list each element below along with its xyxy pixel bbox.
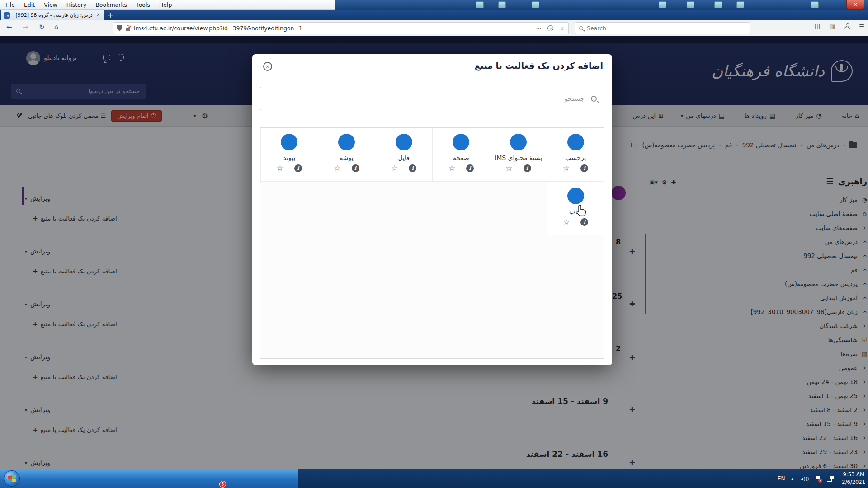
tab-favicon-icon: ف <box>4 12 10 19</box>
desktop-shortcut-icon[interactable] <box>659 1 666 8</box>
taskbar-app[interactable] <box>251 470 270 487</box>
star-icon[interactable]: ☆ <box>334 164 340 172</box>
taskbar-app[interactable] <box>138 470 157 487</box>
resource-item[interactable]: فایل i ☆ <box>375 128 432 182</box>
info-icon[interactable]: i <box>580 164 588 172</box>
star-icon[interactable]: ☆ <box>448 164 455 172</box>
info-icon[interactable]: i <box>466 164 474 172</box>
info-icon[interactable]: i <box>352 164 359 172</box>
pocket-icon[interactable]: ⌄ <box>547 25 553 31</box>
info-icon[interactable]: i <box>580 218 588 226</box>
resource-item[interactable]: پیوند i ☆ <box>260 128 318 182</box>
window-close-button[interactable]: ✕ <box>846 0 864 9</box>
resource-item[interactable]: برچسب i ☆ <box>547 128 604 182</box>
taskbar-app[interactable] <box>93 470 112 487</box>
modal-tab[interactable] <box>561 113 565 122</box>
forward-button[interactable]: → <box>23 23 28 31</box>
desktop-shortcut-icon[interactable] <box>476 1 484 8</box>
close-icon[interactable]: ✕ <box>263 62 272 71</box>
account-icon[interactable] <box>844 23 850 29</box>
desktop-shortcut-icon[interactable] <box>714 1 722 8</box>
url-text[interactable]: lms4.cfu.ac.ir/course/view.php?id=3979&n… <box>134 25 533 32</box>
modal-search[interactable] <box>260 87 604 110</box>
star-icon[interactable]: ☆ <box>391 164 398 172</box>
action-center-flag-icon[interactable]: ✕ <box>815 475 821 482</box>
network-icon[interactable] <box>827 476 834 482</box>
menu-view[interactable]: View <box>44 1 57 8</box>
resource-label[interactable]: بستهٔ محتوای IMS <box>495 154 542 161</box>
resource-icon[interactable] <box>281 134 297 150</box>
back-button[interactable]: ← <box>6 23 12 31</box>
library-icon[interactable]: ||| <box>815 24 821 29</box>
taskbar-app[interactable] <box>48 470 67 487</box>
resource-label[interactable]: پیوند <box>283 154 296 161</box>
resource-label[interactable]: فایل <box>398 154 409 161</box>
insecure-lock-icon <box>125 25 131 31</box>
browser-tab[interactable]: ف درس: زبان فارسي - گروه 98 [992] ✕ <box>1 10 104 20</box>
resource-item[interactable]: صفحه i ☆ <box>432 128 490 182</box>
modal-tab[interactable] <box>580 113 584 122</box>
language-indicator[interactable]: EN <box>778 475 785 482</box>
bookmark-star-icon[interactable]: ☆ <box>560 25 565 32</box>
menu-history[interactable]: History <box>66 1 86 8</box>
info-icon[interactable]: i <box>409 164 416 172</box>
sidebars-icon[interactable]: ▥ <box>830 23 835 30</box>
hidden-icons-chevron[interactable]: ▴ <box>791 476 793 481</box>
tracking-shield-icon[interactable] <box>117 25 122 31</box>
star-icon[interactable]: ☆ <box>277 164 283 172</box>
taskbar-app[interactable] <box>229 470 248 487</box>
clock[interactable]: 9:53 AM 2/6/2021 <box>840 471 865 487</box>
time: 9:53 AM <box>842 471 865 479</box>
resource-item[interactable]: بستهٔ محتوای IMS i ☆ <box>490 128 547 182</box>
taskbar-app[interactable] <box>116 470 135 487</box>
modal-tab[interactable] <box>599 113 603 122</box>
resource-label[interactable]: صفحه <box>453 154 469 161</box>
menu-tools[interactable]: Tools <box>136 1 150 8</box>
modal-tabs <box>561 107 603 127</box>
info-icon[interactable]: i <box>294 164 302 172</box>
resource-label[interactable]: برچسب <box>565 154 586 161</box>
reload-button[interactable]: ↻ <box>39 23 45 31</box>
resource-grid: برچسب i ☆ <box>260 128 604 235</box>
taskbar-app[interactable] <box>71 470 90 487</box>
windows-flag-icon <box>8 475 16 483</box>
menu-bookmarks[interactable]: Bookmarks <box>95 1 127 8</box>
desktop-shortcut-icon[interactable] <box>687 1 694 8</box>
add-activity-modal: ✕ اضافه کردن یک فعالیت یا منبع <box>252 54 612 365</box>
star-icon[interactable]: ☆ <box>505 164 512 172</box>
resource-icon[interactable] <box>567 134 584 150</box>
desktop-shortcut-icon[interactable] <box>498 1 506 8</box>
modal-search-input[interactable] <box>268 94 585 103</box>
window-titlebar <box>335 0 868 10</box>
resource-icon[interactable] <box>567 188 584 204</box>
volume-icon[interactable]: ◄))) <box>800 476 809 481</box>
desktop-shortcut-icon[interactable] <box>532 1 539 8</box>
resource-icon[interactable] <box>338 134 355 150</box>
taskbar-app[interactable]: 5 <box>206 470 225 487</box>
browser-search[interactable]: Search <box>575 22 750 34</box>
star-icon[interactable]: ☆ <box>563 164 570 172</box>
page-actions-icon[interactable]: ⋯ <box>536 25 541 32</box>
modal-panel: برچسب i ☆ <box>260 127 604 359</box>
new-tab-button[interactable]: + <box>108 11 113 19</box>
menu-help[interactable]: Help <box>159 1 172 8</box>
start-button[interactable] <box>4 470 20 487</box>
resource-icon[interactable] <box>453 134 469 150</box>
resource-icon[interactable] <box>396 134 412 150</box>
star-icon[interactable]: ☆ <box>563 218 570 226</box>
resource-label[interactable]: پوشه <box>340 154 353 161</box>
taskbar-app[interactable] <box>184 470 203 487</box>
info-icon[interactable]: i <box>524 164 531 172</box>
url-bar[interactable]: lms4.cfu.ac.ir/course/view.php?id=3979&n… <box>113 22 569 34</box>
app-menu-icon[interactable]: ☰ <box>859 23 864 30</box>
menu-file[interactable]: File <box>5 1 15 8</box>
menu-edit[interactable]: Edit <box>24 1 35 8</box>
resource-item[interactable]: پوشه i ☆ <box>318 128 375 182</box>
taskbar-app[interactable] <box>161 470 180 487</box>
taskbar-app[interactable] <box>25 470 44 487</box>
desktop-shortcut-icon[interactable] <box>811 1 819 8</box>
resource-icon[interactable] <box>510 134 527 150</box>
home-button[interactable]: ⌂ <box>54 23 59 31</box>
tab-close-icon[interactable]: ✕ <box>95 12 101 18</box>
desktop-shortcut-icon[interactable] <box>736 1 744 8</box>
